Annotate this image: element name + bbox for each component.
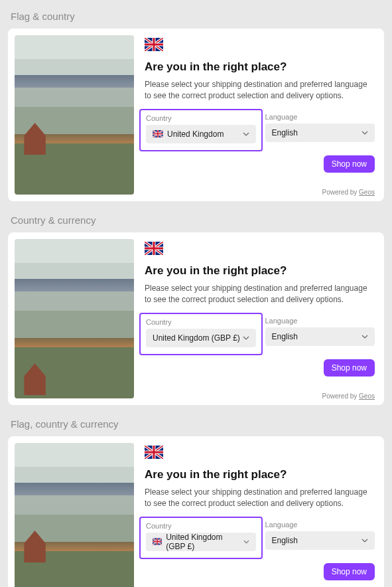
popup-heading: Are you in the right place? — [145, 60, 375, 74]
section-title: Country & currency — [11, 214, 384, 226]
language-label: Language — [265, 317, 375, 325]
language-label: Language — [265, 521, 375, 529]
uk-flag-icon — [145, 242, 163, 255]
popup-description: Please select your shipping destination … — [145, 487, 375, 510]
button-row: Shop now — [145, 359, 375, 377]
popup-card-flag-country-currency: Are you in the right place? Please selec… — [8, 436, 384, 587]
button-row: Shop now — [145, 563, 375, 580]
section-title: Flag & country — [11, 11, 384, 22]
language-label: Language — [265, 113, 375, 121]
popup-content: Are you in the right place? Please selec… — [145, 239, 377, 398]
selector-row: Country United Kingdom (GBP £) Language … — [145, 317, 375, 349]
language-select-value: English — [272, 128, 298, 137]
popup-description: Please select your shipping destination … — [145, 283, 375, 306]
country-select[interactable]: United Kingdom (GBP £) — [146, 329, 256, 347]
geos-link[interactable]: Geos — [359, 189, 375, 196]
geos-link[interactable]: Geos — [359, 392, 375, 400]
popup-heading: Are you in the right place? — [145, 264, 375, 278]
section-title: Flag, country & currency — [11, 418, 384, 430]
language-select[interactable]: English — [265, 531, 375, 550]
powered-by: Powered by Geos — [322, 189, 375, 196]
country-label: Country — [146, 114, 256, 122]
country-label: Country — [146, 318, 256, 326]
language-select-value: English — [272, 332, 298, 341]
shop-now-button[interactable]: Shop now — [324, 359, 375, 377]
chevron-down-icon — [361, 129, 368, 136]
language-selector-group: Language English — [265, 521, 375, 552]
language-select[interactable]: English — [265, 327, 375, 346]
uk-flag-icon — [153, 538, 162, 545]
popup-heading: Are you in the right place? — [145, 468, 375, 481]
language-selector-group: Language English — [265, 317, 375, 349]
country-select[interactable]: United Kingdom (GBP £) — [146, 533, 256, 551]
language-select-value: English — [272, 536, 298, 545]
country-select-value: United Kingdom — [167, 129, 224, 139]
chevron-down-icon — [361, 333, 368, 340]
selector-row: Country United Kingdom Language English — [145, 113, 375, 145]
chevron-down-icon — [243, 335, 249, 341]
selector-row: Country United Kingdom (GBP £) Language … — [145, 521, 375, 552]
country-select-value: United Kingdom (GBP £) — [153, 333, 240, 343]
shop-now-button[interactable]: Shop now — [324, 155, 375, 173]
uk-flag-icon — [145, 446, 163, 459]
chevron-down-icon — [243, 131, 249, 137]
button-row: Shop now — [145, 155, 375, 173]
chevron-down-icon — [361, 537, 368, 544]
uk-flag-icon — [153, 130, 163, 137]
chevron-down-icon — [243, 539, 249, 545]
popup-card-flag-country: Are you in the right place? Please selec… — [8, 29, 384, 201]
country-select[interactable]: United Kingdom — [146, 125, 256, 143]
country-selector-group: Country United Kingdom — [139, 109, 263, 151]
popup-image — [15, 35, 134, 195]
country-label: Country — [146, 522, 256, 530]
uk-flag-icon — [145, 38, 163, 51]
popup-card-country-currency: Are you in the right place? Please selec… — [8, 232, 384, 405]
country-selector-group: Country United Kingdom (GBP £) — [139, 313, 263, 355]
language-select[interactable]: English — [265, 124, 375, 142]
popup-description: Please select your shipping destination … — [145, 79, 375, 102]
popup-image — [15, 443, 134, 587]
popup-content: Are you in the right place? Please selec… — [145, 35, 377, 195]
shop-now-button[interactable]: Shop now — [324, 563, 375, 580]
popup-content: Are you in the right place? Please selec… — [145, 443, 377, 587]
popup-image — [15, 239, 134, 398]
powered-by: Powered by Geos — [322, 392, 375, 400]
language-selector-group: Language English — [265, 113, 375, 145]
country-select-value: United Kingdom (GBP £) — [166, 533, 243, 551]
country-selector-group: Country United Kingdom (GBP £) — [139, 517, 263, 559]
